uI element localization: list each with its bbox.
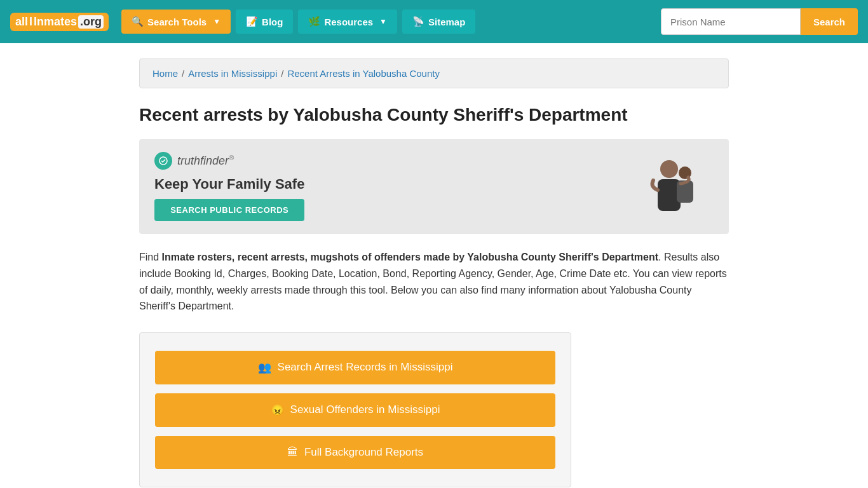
description-intro: Find xyxy=(139,252,162,262)
resources-icon: 🌿 xyxy=(308,16,320,27)
full-background-icon: 🏛 xyxy=(287,446,298,459)
truthfinder-brand: truthfinder® xyxy=(177,154,234,168)
search-tools-label: Search Tools xyxy=(147,17,207,27)
resources-button[interactable]: 🌿 Resources ▼ xyxy=(298,10,397,34)
sexual-offenders-icon: 😠 xyxy=(271,403,284,417)
svg-point-1 xyxy=(660,160,678,178)
sexual-offenders-label: Sexual Offenders in Mississippi xyxy=(290,403,440,416)
truthfinder-logo: truthfinder® xyxy=(154,152,304,170)
breadcrumb-home[interactable]: Home xyxy=(153,68,178,79)
cta-box: 👥 Search Arrest Records in Mississippi 😠… xyxy=(139,332,571,487)
resources-arrow-icon: ▼ xyxy=(379,17,387,26)
page-title: Recent arrests by Yalobusha County Sheri… xyxy=(139,104,729,126)
full-background-button[interactable]: 🏛 Full Background Reports xyxy=(155,436,555,469)
description-bold: Inmate rosters, recent arrests, mugshots… xyxy=(162,252,658,262)
sitemap-label: Sitemap xyxy=(428,17,465,27)
breadcrumb-arrests[interactable]: Arrests in Mississippi xyxy=(188,68,277,79)
blog-button[interactable]: 📝 Blog xyxy=(236,10,293,34)
breadcrumb: Home / Arrests in Mississippi / Recent A… xyxy=(153,68,715,79)
search-arrests-icon: 👥 xyxy=(258,361,271,374)
breadcrumb-wrap: Home / Arrests in Mississippi / Recent A… xyxy=(139,58,729,88)
search-tools-icon: 🔍 xyxy=(132,16,144,27)
breadcrumb-sep-1: / xyxy=(182,68,184,79)
search-tools-button[interactable]: 🔍 Search Tools ▼ xyxy=(121,10,231,34)
search-arrests-button[interactable]: 👥 Search Arrest Records in Mississippi xyxy=(155,351,555,384)
blog-label: Blog xyxy=(262,17,283,27)
prison-search-button[interactable]: Search xyxy=(801,8,858,35)
banner-left: truthfinder® Keep Your Family Safe SEARC… xyxy=(154,152,304,221)
breadcrumb-current[interactable]: Recent Arrests in Yalobusha County xyxy=(287,68,440,79)
banner-cta-label: SEARCH PUBLIC RECORDS xyxy=(170,205,288,215)
sitemap-button[interactable]: 📡 Sitemap xyxy=(402,10,475,34)
blog-icon: 📝 xyxy=(246,16,258,27)
full-background-label: Full Background Reports xyxy=(304,446,423,459)
main-content: Home / Arrests in Mississippi / Recent A… xyxy=(129,43,739,488)
search-tools-arrow-icon: ▼ xyxy=(213,17,220,26)
logo-org: .org xyxy=(78,15,104,29)
banner-ad: truthfinder® Keep Your Family Safe SEARC… xyxy=(139,139,729,234)
sexual-offenders-button[interactable]: 😠 Sexual Offenders in Mississippi xyxy=(155,393,555,427)
banner-cta-button[interactable]: SEARCH PUBLIC RECORDS xyxy=(154,199,304,221)
search-arrests-label: Search Arrest Records in Mississippi xyxy=(278,361,453,374)
banner-tagline: Keep Your Family Safe xyxy=(154,176,304,193)
truthfinder-icon xyxy=(154,152,172,170)
prison-search-wrap: Search xyxy=(661,8,858,35)
sitemap-icon: 📡 xyxy=(412,16,424,27)
breadcrumb-sep-2: / xyxy=(281,68,283,79)
navbar: all I Inmates .org 🔍 Search Tools ▼ 📝 Bl… xyxy=(0,0,868,43)
banner-image xyxy=(599,155,714,219)
resources-label: Resources xyxy=(324,17,373,27)
page-description: Find Inmate rosters, recent arrests, mug… xyxy=(139,249,729,314)
logo-i: I xyxy=(29,15,32,29)
logo-inmates: Inmates xyxy=(34,15,77,29)
site-logo[interactable]: all I Inmates .org xyxy=(10,13,109,31)
prison-name-input[interactable] xyxy=(661,8,801,35)
logo-all: all xyxy=(15,15,28,29)
search-button-label: Search xyxy=(813,17,845,27)
